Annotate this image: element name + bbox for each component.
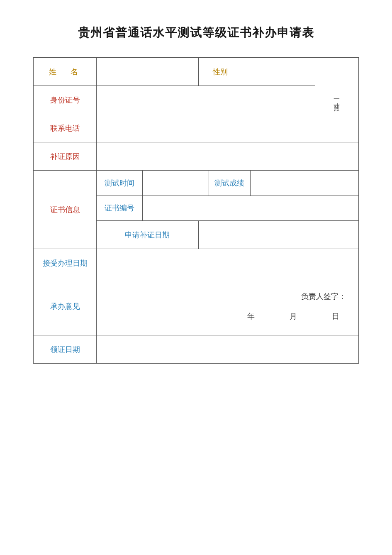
opinion-value[interactable]: 负责人签字： 年 月 日 <box>97 277 359 335</box>
cert-label: 证书信息 <box>34 171 97 249</box>
photo-label: 一寸照 <box>333 95 341 103</box>
name-value[interactable] <box>97 58 199 86</box>
test-score-label: 测试成绩 <box>209 171 250 196</box>
table-row: 领证日期 <box>34 335 359 364</box>
table-row: 证书编号 <box>97 196 358 220</box>
id-value[interactable] <box>97 86 315 114</box>
table-row: 接受办理日期 <box>34 249 359 277</box>
phone-value[interactable] <box>97 114 315 142</box>
receive-date-value[interactable] <box>97 249 359 277</box>
apply-date-label: 申请补证日期 <box>97 221 199 249</box>
table-row: 联系电话 <box>34 114 359 142</box>
cert-number-label: 证书编号 <box>97 196 142 220</box>
photo-cell: 一寸照 <box>315 58 358 142</box>
cert-sub-table: 测试时间 测试成绩 证书编号 <box>97 171 358 220</box>
table-row: 身份证号 <box>34 86 359 114</box>
table-row: 姓 名 性别 一寸照 <box>34 58 359 86</box>
cert-date-value[interactable] <box>97 335 359 364</box>
form-table: 姓 名 性别 一寸照 身份证号 联系电话 补证原因 证书信息 <box>33 57 359 364</box>
table-row: 补证原因 <box>34 142 359 171</box>
test-time-value[interactable] <box>142 171 209 196</box>
page-title: 贵州省普通话水平测试等级证书补办申请表 <box>33 25 359 41</box>
table-row: 证书信息 测试时间 测试成绩 证书编号 <box>34 171 359 221</box>
table-row: 测试时间 测试成绩 <box>97 171 358 196</box>
date-line: 年 月 日 <box>247 311 346 321</box>
reason-value[interactable] <box>97 142 359 171</box>
gender-value[interactable] <box>242 58 315 86</box>
id-label: 身份证号 <box>34 86 97 114</box>
apply-date-value[interactable] <box>198 221 358 249</box>
name-label: 姓 名 <box>34 58 97 86</box>
test-time-label: 测试时间 <box>97 171 142 196</box>
cert-date-label: 领证日期 <box>34 335 97 364</box>
gender-label: 性别 <box>198 58 242 86</box>
signature-content: 负责人签字： 年 月 日 <box>109 286 346 327</box>
reason-label: 补证原因 <box>34 142 97 171</box>
table-row: 承办意见 负责人签字： 年 月 日 <box>34 277 359 335</box>
signature-line: 负责人签字： <box>301 291 346 301</box>
cert-number-value[interactable] <box>142 196 358 220</box>
test-score-value[interactable] <box>250 171 358 196</box>
receive-date-label: 接受办理日期 <box>34 249 97 277</box>
page: 贵州省普通话水平测试等级证书补办申请表 姓 名 性别 一寸照 身份证号 联系电话… <box>0 0 392 555</box>
phone-label: 联系电话 <box>34 114 97 142</box>
opinion-label: 承办意见 <box>34 277 97 335</box>
